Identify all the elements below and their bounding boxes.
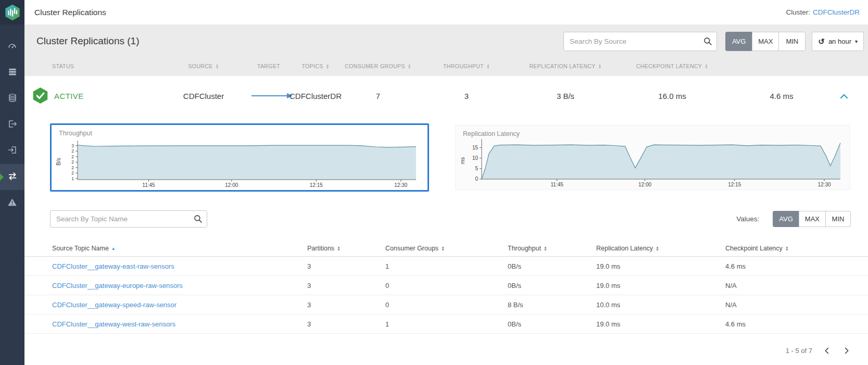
chevron-up-icon xyxy=(840,92,848,101)
consumer-groups-cell: 0 xyxy=(385,282,508,290)
table-row: CDFCluster__gateway-east-raw-sensors310B… xyxy=(24,257,868,276)
sort-asc-icon: ▲ xyxy=(111,246,116,251)
throughput-chart[interactable]: Throughput122222311:4512:0012:1512:30B/s xyxy=(50,123,429,192)
values-label: Values: xyxy=(736,215,759,223)
partitions-cell: 3 xyxy=(307,320,385,328)
next-page-button[interactable] xyxy=(842,346,851,355)
column-header: STATUS xyxy=(32,63,157,69)
column-header[interactable]: Replication Latency▲▼ xyxy=(596,245,725,252)
topic-link[interactable]: CDFCluster__gateway-east-raw-sensors xyxy=(52,262,174,270)
column-header[interactable]: CHECKPOINT LATENCY▲▼ xyxy=(610,63,735,69)
topbar: Cluster Replications Cluster: CDFCluster… xyxy=(24,0,868,24)
column-header[interactable]: Source Topic Name▲ xyxy=(52,245,307,252)
consumer-groups-cell: 0 xyxy=(385,301,508,309)
sort-icon: ▲▼ xyxy=(326,64,330,69)
consumer-groups-cell: 1 xyxy=(385,262,508,270)
source-cluster: CDFCluster xyxy=(157,92,250,100)
svg-text:2: 2 xyxy=(71,154,74,159)
values-agg-avg-button[interactable]: AVG xyxy=(773,211,799,227)
replication-arrow-icon xyxy=(250,92,287,100)
column-header[interactable]: Consumer Groups▲▼ xyxy=(385,245,508,252)
sidebar-item-overview[interactable] xyxy=(0,34,24,60)
agg-max-button[interactable]: MAX xyxy=(752,32,779,51)
history-icon: ↺ xyxy=(818,37,825,45)
partitions-cell: 3 xyxy=(307,282,385,290)
replication-latency-cell: 19.0 ms xyxy=(596,262,725,270)
collapse-row-button[interactable] xyxy=(828,92,861,101)
values-aggregation-toggle: AVGMAXMIN xyxy=(773,211,851,227)
chevron-down-icon: ▾ xyxy=(855,39,858,44)
agg-avg-button[interactable]: AVG xyxy=(725,32,752,51)
column-header[interactable]: TOPICS▲▼ xyxy=(287,63,344,69)
page-title: Cluster Replications xyxy=(34,8,106,17)
replications-table-header: STATUSSOURCE▲▼TARGETTOPICS▲▼CONSUMER GRO… xyxy=(24,56,868,76)
throughput-cell: 8 B/s xyxy=(508,301,596,309)
sidebar-item-topics[interactable] xyxy=(0,86,24,112)
page-header-band: Cluster Replications (1) AVGMAXMIN ↺ an … xyxy=(24,24,868,76)
column-header[interactable]: REPLICATION LATENCY▲▼ xyxy=(521,63,610,69)
sidebar-item-producers[interactable] xyxy=(0,112,24,138)
values-agg-min-button[interactable]: MIN xyxy=(825,211,851,227)
sidebar-item-consumers[interactable] xyxy=(0,138,24,164)
replication-latency-chart[interactable]: Replication Latency05101511:4512:0012:15… xyxy=(455,125,850,190)
sidebar-nav xyxy=(0,34,24,216)
replication-latency-cell: 19.0 ms xyxy=(596,320,725,328)
column-header[interactable]: SOURCE▲▼ xyxy=(157,63,250,69)
chart-title: Throughput xyxy=(59,130,92,137)
gauge-icon xyxy=(7,41,17,53)
arrow-out-icon xyxy=(8,119,17,131)
replication-row[interactable]: ACTIVE CDFCluster CDFClusterDR 7 3 3 B/s… xyxy=(24,76,868,116)
time-range-button[interactable]: ↺ an hour ▾ xyxy=(812,32,864,51)
svg-text:B/s: B/s xyxy=(56,158,61,165)
column-header[interactable]: CONSUMER GROUPS▲▼ xyxy=(344,63,412,69)
sort-icon: ▲▼ xyxy=(705,64,708,69)
status-cell: ACTIVE xyxy=(32,87,157,106)
topic-link[interactable]: CDFCluster__gateway-west-raw-sensors xyxy=(52,320,175,328)
values-agg-max-button[interactable]: MAX xyxy=(799,211,826,227)
topics-table-header: Source Topic Name▲Partitions▲▼Consumer G… xyxy=(24,241,868,257)
cluster-link[interactable]: CDFClusterDR xyxy=(813,8,860,16)
checkpoint-latency-cell: 4.6 ms xyxy=(725,320,858,328)
svg-text:12:00: 12:00 xyxy=(638,182,651,187)
svg-text:2: 2 xyxy=(71,165,74,170)
column-header[interactable]: Checkpoint Latency▲▼ xyxy=(725,245,858,252)
checkpoint-latency-cell: N/A xyxy=(725,301,858,309)
topic-link[interactable]: CDFCluster__gateway-europe-raw-sensors xyxy=(52,282,183,290)
svg-text:2: 2 xyxy=(71,148,74,154)
column-header[interactable]: THROUGHPUT▲▼ xyxy=(412,63,521,69)
section-heading: Cluster Replications (1) xyxy=(36,35,139,47)
table-row: CDFCluster__gateway-speed-raw-sensor308 … xyxy=(24,295,868,314)
topic-link[interactable]: CDFCluster__gateway-speed-raw-sensor xyxy=(52,301,177,309)
sidebar-item-alerts[interactable] xyxy=(0,190,24,216)
column-header[interactable]: Partitions▲▼ xyxy=(307,245,385,252)
throughput-cell: 0B/s xyxy=(508,262,596,270)
sort-icon: ▲▼ xyxy=(441,246,445,251)
svg-text:3: 3 xyxy=(71,143,74,148)
consumer-groups-cell: 1 xyxy=(385,320,508,328)
svg-text:2: 2 xyxy=(71,170,74,175)
svg-text:12:15: 12:15 xyxy=(310,182,323,188)
search-icon xyxy=(193,214,203,225)
topics-table: Source Topic Name▲Partitions▲▼Consumer G… xyxy=(24,241,868,353)
throughput-cell: 0B/s xyxy=(508,320,596,328)
svg-text:11:45: 11:45 xyxy=(142,182,155,188)
sidebar-item-brokers[interactable] xyxy=(0,60,24,86)
warning-triangle-icon xyxy=(7,197,17,209)
pagination: 1 - 5 of 7 xyxy=(24,339,868,361)
column-header[interactable]: Throughput▲▼ xyxy=(508,245,596,252)
time-range-label: an hour xyxy=(828,37,851,45)
previous-page-button[interactable] xyxy=(823,346,832,355)
status-badge: ACTIVE xyxy=(54,92,84,100)
topic-name-cell: CDFCluster__gateway-speed-raw-sensor xyxy=(52,301,307,309)
svg-text:0: 0 xyxy=(475,176,478,182)
search-by-source-input[interactable] xyxy=(563,32,717,51)
sort-icon: ▲▼ xyxy=(408,64,411,69)
table-row: CDFCluster__gateway-europe-raw-sensors30… xyxy=(24,276,868,295)
search-by-topic-input[interactable] xyxy=(50,210,207,228)
sort-icon: ▲▼ xyxy=(785,246,789,251)
checkpoint-latency-value: 4.6 ms xyxy=(735,92,828,100)
sidebar-item-replications[interactable] xyxy=(0,164,24,190)
agg-min-button[interactable]: MIN xyxy=(778,32,806,51)
smm-logo xyxy=(0,0,24,24)
replication-latency-cell: 10.0 ms xyxy=(596,301,725,309)
